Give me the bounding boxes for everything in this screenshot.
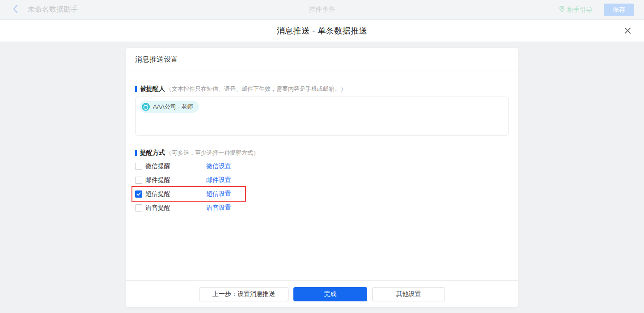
card-footer: 上一步：设置消息推送 完成 其他设置 xyxy=(126,280,518,307)
recipients-section-label: 被提醒人 （文本控件只在短信、语音、邮件下生效，需要内容是手机或邮箱。） xyxy=(135,85,509,93)
sms-settings-link[interactable]: 短信设置 xyxy=(206,190,231,198)
check-icon xyxy=(136,191,141,197)
page-title: 控件事件 xyxy=(0,5,644,14)
method-row-wechat: 微信提醒 微信设置 xyxy=(135,159,509,173)
recipient-chip-label: AAA公司 - 老师 xyxy=(153,103,193,111)
top-bar: 未命名数据助手 控件事件 新手引导 保存 xyxy=(0,0,644,20)
methods-section-label: 提醒方式 （可多选，至少选择一种提醒方式） xyxy=(135,148,509,157)
done-button[interactable]: 完成 xyxy=(293,287,367,301)
wechat-reminder-label: 微信提醒 xyxy=(145,162,170,170)
method-row-email: 邮件提醒 邮件设置 xyxy=(135,173,509,187)
save-button[interactable]: 保存 xyxy=(604,4,634,16)
chevron-left-icon xyxy=(13,4,18,15)
wechat-settings-link[interactable]: 微信设置 xyxy=(206,162,231,170)
methods-label: 提醒方式 xyxy=(140,149,165,157)
methods-note: （可多选，至少选择一种提醒方式） xyxy=(166,149,259,157)
beginner-guide-button[interactable]: 新手引导 xyxy=(559,5,592,14)
sms-reminder-label: 短信提醒 xyxy=(145,190,170,198)
recipient-chip[interactable]: AAA公司 - 老师 xyxy=(140,101,199,113)
modal-header: 消息推送 - 单条数据推送 xyxy=(0,20,644,42)
previous-step-button[interactable]: 上一步：设置消息推送 xyxy=(199,287,288,301)
section-marker-bar xyxy=(135,150,137,156)
voice-settings-link[interactable]: 语音设置 xyxy=(206,204,231,212)
checkbox-voice-reminder[interactable] xyxy=(135,204,142,211)
app-title: 未命名数据助手 xyxy=(28,5,78,14)
voice-reminder-label: 语音提醒 xyxy=(145,204,170,212)
modal-body: 消息推送设置 被提醒人 （文本控件只在短信、语音、邮件下生效，需要内容是手机或邮… xyxy=(0,42,644,313)
modal-title: 消息推送 - 单条数据推送 xyxy=(277,25,368,36)
checkbox-wechat-reminder[interactable] xyxy=(135,163,142,170)
method-row-voice: 语音提醒 语音设置 xyxy=(135,201,509,215)
section-marker-bar xyxy=(135,86,137,92)
close-icon xyxy=(624,27,631,34)
back-button[interactable] xyxy=(13,4,18,15)
checkbox-email-reminder[interactable] xyxy=(135,177,142,184)
push-settings-card: 消息推送设置 被提醒人 （文本控件只在短信、语音、邮件下生效，需要内容是手机或邮… xyxy=(126,48,518,307)
other-settings-button[interactable]: 其他设置 xyxy=(372,287,445,301)
guide-pin-icon xyxy=(559,5,565,14)
recipients-note: （文本控件只在短信、语音、邮件下生效，需要内容是手机或邮箱。） xyxy=(166,85,346,93)
method-rows: 微信提醒 微信设置 邮件提醒 邮件设置 xyxy=(135,159,509,215)
email-settings-link[interactable]: 邮件设置 xyxy=(206,176,231,184)
recipients-label: 被提醒人 xyxy=(140,85,165,93)
method-row-sms: 短信提醒 短信设置 xyxy=(135,187,509,201)
email-reminder-label: 邮件提醒 xyxy=(145,176,170,184)
role-badge-icon xyxy=(142,103,150,111)
checkbox-sms-reminder[interactable] xyxy=(135,190,142,198)
recipients-input-area[interactable]: AAA公司 - 老师 xyxy=(135,97,509,136)
card-title: 消息推送设置 xyxy=(126,48,518,71)
guide-label: 新手引导 xyxy=(567,6,592,14)
close-button[interactable] xyxy=(623,26,632,36)
